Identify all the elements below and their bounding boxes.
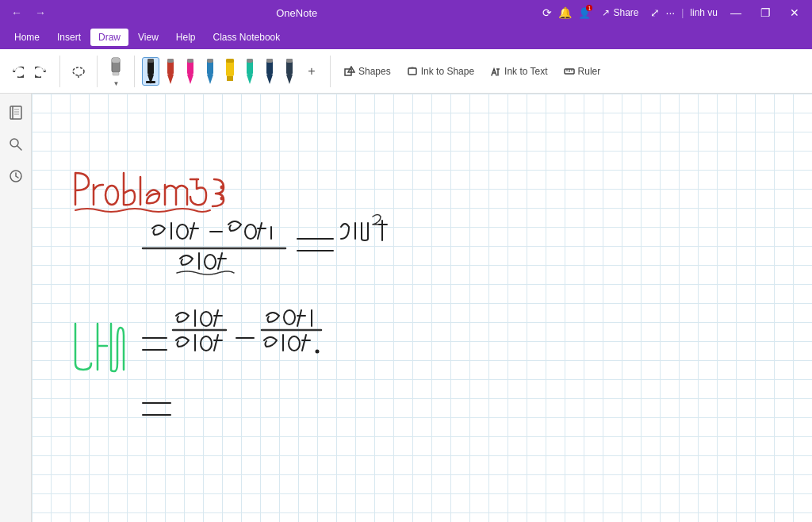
pen-navy[interactable] [261,57,278,86]
titlebar-separator: | [681,7,684,18]
menu-insert[interactable]: Insert [49,29,89,46]
ink-to-text-label: Ink to Text [504,66,547,77]
notebook-button[interactable] [3,100,29,125]
shapes-label: Shapes [358,66,391,77]
pen-blue1[interactable] [201,57,219,86]
bell-button[interactable]: 🔔 [558,6,572,19]
sep4 [330,56,331,87]
svg-marker-27 [286,75,293,84]
share-icon: ↗ [602,7,610,18]
ruler-button[interactable]: Ruler [557,63,607,80]
svg-rect-4 [113,72,119,75]
sep1 [59,56,60,87]
pen-red[interactable] [162,57,179,86]
svg-point-44 [105,186,118,205]
forward-button[interactable]: → [30,5,51,21]
menu-class-notebook[interactable]: Class Notebook [205,29,289,46]
handwriting-canvas [32,94,812,522]
menubar: Home Insert Draw View Help Class Noteboo… [0,25,812,49]
ink-to-shape-label: Ink to Shape [421,66,474,77]
svg-point-45 [220,186,224,190]
shapes-button[interactable]: Shapes [338,63,397,80]
menu-home[interactable]: Home [6,29,48,46]
svg-line-42 [17,146,21,150]
svg-point-50 [201,312,212,326]
svg-point-52 [284,310,295,324]
right-tools: Shapes Ink to Shape Ink to Text Ruler [338,63,607,80]
sync-button[interactable]: ⟳ [542,6,552,19]
svg-point-46 [220,197,224,201]
redo-button[interactable] [30,63,52,80]
pen-black[interactable] [142,57,159,86]
svg-rect-22 [247,59,253,63]
ruler-label: Ruler [578,66,601,77]
svg-rect-10 [167,59,174,63]
sidebar [0,94,32,522]
menu-draw[interactable]: Draw [90,29,128,46]
lasso-group [67,62,90,81]
notifications-button[interactable]: 👤 1 [578,6,591,19]
lasso-button[interactable] [67,62,90,81]
svg-point-54 [316,350,320,354]
pen-tools: + [142,57,323,86]
pen-yellow[interactable] [221,57,239,86]
svg-rect-28 [286,59,293,63]
svg-marker-21 [247,75,253,84]
svg-rect-16 [207,59,213,63]
svg-rect-36 [10,106,21,119]
svg-rect-31 [408,68,416,75]
ink-to-shape-button[interactable]: Ink to Shape [400,63,481,80]
eraser-group: ▼ [105,52,127,90]
undo-button[interactable] [6,63,29,80]
svg-marker-24 [266,75,273,84]
close-button[interactable]: ✕ [783,5,806,21]
share-button[interactable]: ↗ Share [597,6,643,20]
svg-rect-13 [187,59,193,63]
minimize-button[interactable]: — [724,5,748,21]
undo-redo-group [6,63,52,80]
user-name: linh vu [690,7,718,18]
add-pen-button[interactable]: + [301,62,323,81]
eraser-arrow: ▼ [113,80,120,87]
svg-point-49 [205,255,216,269]
next-line-equals [143,403,170,415]
svg-marker-15 [207,75,213,84]
svg-point-48 [245,225,256,239]
titlebar-right: ⟳ 🔔 👤 1 ↗ Share ⤢ ··· | linh vu — ❐ ✕ [542,5,806,21]
svg-point-53 [289,336,300,351]
expand-button[interactable]: ⤢ [650,6,660,19]
titlebar: ← → OneNote ⟳ 🔔 👤 1 ↗ Share ⤢ ··· | linh… [0,0,812,25]
canvas[interactable] [32,94,812,522]
lhs-equation [75,310,321,371]
main-equation [143,215,387,275]
search-button[interactable] [3,132,29,157]
svg-rect-19 [226,59,234,63]
sep2 [97,56,98,87]
sep3 [134,56,135,87]
eraser-button[interactable]: ▼ [105,52,127,90]
svg-point-51 [201,336,212,351]
restore-button[interactable]: ❐ [754,5,777,21]
menu-help[interactable]: Help [168,29,204,46]
svg-rect-7 [147,59,154,63]
titlebar-left: ← → [6,5,51,21]
back-button[interactable]: ← [6,5,27,21]
pen-teal[interactable] [241,57,259,86]
ribbon: ▼ [0,49,812,94]
more-button[interactable]: ··· [666,6,676,19]
problem-title [75,173,224,212]
svg-marker-12 [187,75,193,84]
svg-marker-9 [167,75,174,84]
svg-rect-3 [112,58,120,63]
pen-pink[interactable] [182,57,199,86]
ink-to-text-button[interactable]: Ink to Text [484,63,553,80]
app-title: OneNote [276,7,317,19]
svg-rect-18 [227,76,233,81]
history-button[interactable] [3,163,29,189]
svg-point-0 [73,67,84,75]
svg-rect-25 [266,59,273,63]
menu-view[interactable]: View [130,29,167,46]
pen-dark[interactable] [281,57,298,86]
svg-point-47 [177,225,188,239]
